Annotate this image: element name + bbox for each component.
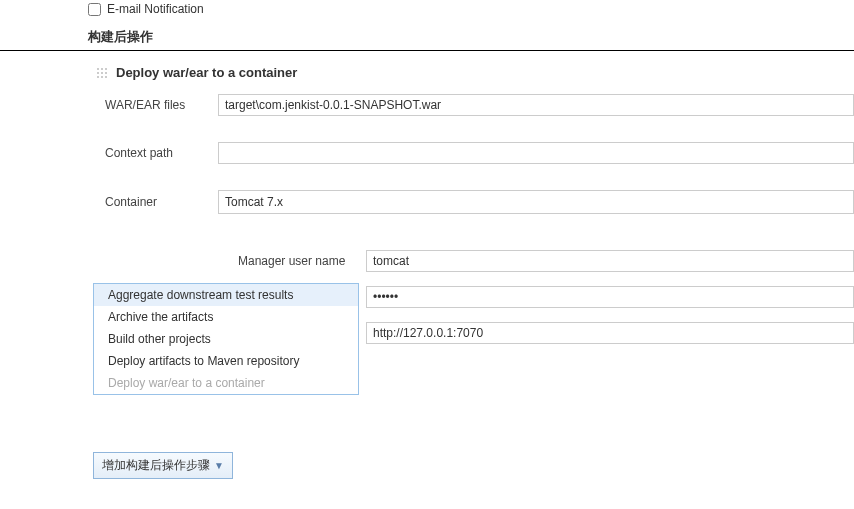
add-step-label: 增加构建后操作步骤	[102, 457, 210, 474]
context-path-input[interactable]	[218, 142, 854, 164]
context-path-label: Context path	[105, 146, 218, 160]
manager-user-label: Manager user name	[238, 254, 366, 268]
email-notification-label: E-mail Notification	[107, 2, 204, 16]
drag-handle-icon[interactable]	[96, 67, 108, 79]
add-post-build-step-button[interactable]: 增加构建后操作步骤 ▼	[93, 452, 233, 479]
container-select[interactable]: Tomcat 7.x	[218, 190, 854, 214]
manager-password-input[interactable]	[366, 286, 854, 308]
dropdown-item-deploy-maven[interactable]: Deploy artifacts to Maven repository	[94, 350, 358, 372]
svg-point-0	[97, 68, 99, 70]
svg-point-6	[97, 76, 99, 78]
war-ear-label: WAR/EAR files	[105, 98, 218, 112]
container-value: Tomcat 7.x	[225, 195, 283, 209]
add-step-dropdown: Aggregate downstream test results Archiv…	[93, 283, 359, 395]
svg-point-1	[101, 68, 103, 70]
war-ear-row: WAR/EAR files	[0, 90, 854, 120]
context-path-row: Context path	[0, 138, 854, 168]
container-label: Container	[105, 195, 218, 209]
svg-point-2	[105, 68, 107, 70]
deploy-section-title: Deploy war/ear to a container	[116, 65, 297, 80]
container-row: Container Tomcat 7.x	[0, 186, 854, 218]
section-title: 构建后操作	[0, 22, 854, 51]
email-notification-checkbox[interactable]	[88, 3, 101, 16]
svg-point-4	[101, 72, 103, 74]
dropdown-item-build-other[interactable]: Build other projects	[94, 328, 358, 350]
tomcat-url-input[interactable]	[366, 322, 854, 344]
svg-point-3	[97, 72, 99, 74]
dropdown-item-aggregate[interactable]: Aggregate downstream test results	[94, 284, 358, 306]
email-notification-row: E-mail Notification	[0, 0, 854, 22]
war-ear-input[interactable]	[218, 94, 854, 116]
chevron-down-icon: ▼	[214, 460, 224, 471]
svg-point-8	[105, 76, 107, 78]
deploy-header: Deploy war/ear to a container	[0, 65, 854, 80]
manager-user-input[interactable]	[366, 250, 854, 272]
dropdown-item-deploy-war: Deploy war/ear to a container	[94, 372, 358, 394]
svg-point-7	[101, 76, 103, 78]
main-content: E-mail Notification 构建后操作 Deploy war/ear…	[0, 0, 854, 509]
svg-point-5	[105, 72, 107, 74]
dropdown-item-archive[interactable]: Archive the artifacts	[94, 306, 358, 328]
manager-user-row: Manager user name	[0, 246, 854, 276]
